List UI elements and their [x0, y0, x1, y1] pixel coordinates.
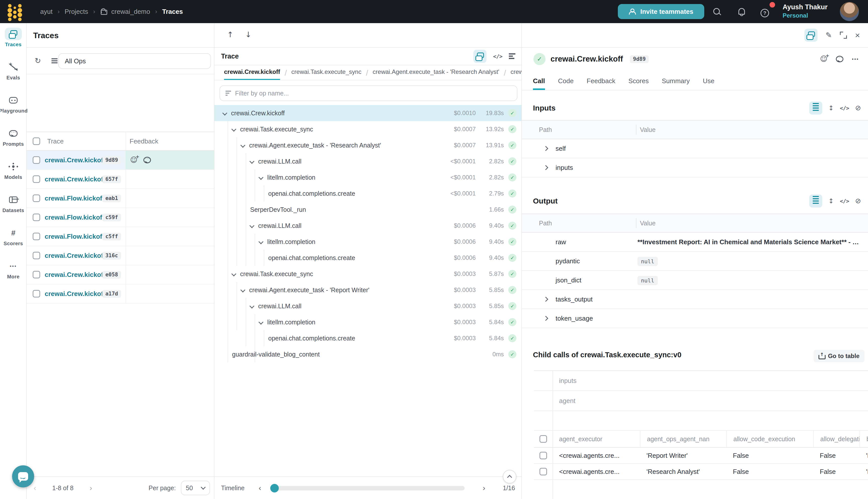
- tree-row[interactable]: crewai.LLM.call$0.00069.40s: [214, 218, 521, 234]
- chevron-down-icon[interactable]: [250, 224, 258, 227]
- sidebar-item-prompts[interactable]: Prompts: [0, 123, 27, 156]
- tab-op[interactable]: crewai.Task.execute_sync: [292, 65, 361, 79]
- output-row-pydantic[interactable]: pydantic null: [522, 252, 868, 271]
- tree-row[interactable]: litellm.completion$0.00069.40s: [214, 234, 521, 250]
- op-filter-input[interactable]: [235, 90, 517, 97]
- per-page-select[interactable]: 50: [181, 480, 210, 495]
- row-checkbox[interactable]: [33, 194, 40, 202]
- tab-use[interactable]: Use: [703, 77, 714, 90]
- feedback-column-header[interactable]: Feedback: [129, 137, 158, 145]
- row-checkbox[interactable]: [33, 252, 40, 259]
- code-view-icon[interactable]: </>: [493, 53, 502, 60]
- tab-scores[interactable]: Scores: [629, 77, 649, 90]
- prev-page-icon[interactable]: ‹: [34, 484, 36, 492]
- collapse-panel-button[interactable]: [503, 470, 516, 484]
- sidebar-item-evals[interactable]: Evals: [0, 56, 27, 89]
- trace-link[interactable]: crewai.Crew.kickoff: [45, 156, 106, 164]
- add-reaction-icon[interactable]: ☺: [130, 157, 137, 163]
- search-icon[interactable]: [713, 8, 721, 16]
- row-checkbox[interactable]: [540, 452, 547, 459]
- comment-icon[interactable]: [836, 56, 843, 62]
- fullscreen-icon[interactable]: [840, 32, 847, 39]
- timeline-slider[interactable]: [271, 486, 464, 490]
- table-row[interactable]: crewai.Crew.kickoff 9d89 ☺: [27, 151, 214, 170]
- table-row[interactable]: crewai.Flow.kickoff c59f: [27, 208, 214, 227]
- column-header[interactable]: agent_executor: [553, 431, 640, 447]
- chevron-down-icon[interactable]: [241, 288, 249, 292]
- breadcrumb-org[interactable]: ayut: [40, 8, 52, 15]
- chevron-right-icon[interactable]: [544, 317, 556, 320]
- column-header[interactable]: allow_code_execution: [726, 431, 813, 447]
- trace-link[interactable]: crewai.Crew.kickoff: [45, 271, 106, 279]
- trace-link[interactable]: crewai.Crew.kickoff: [45, 290, 106, 298]
- tree-view-icon[interactable]: [473, 50, 486, 63]
- tab-code[interactable]: Code: [558, 77, 574, 90]
- trace-link[interactable]: crewai.Crew.kickoff: [45, 252, 106, 259]
- timeline-next-icon[interactable]: ›: [483, 484, 485, 492]
- tree-row[interactable]: crewai.Agent.execute_task - 'Research An…: [214, 137, 521, 153]
- help-icon[interactable]: ?: [760, 8, 769, 16]
- comment-icon[interactable]: [144, 157, 151, 163]
- table-row[interactable]: crewai.Flow.kickoff eab1: [27, 189, 214, 208]
- inputs-row-inputs[interactable]: inputs: [522, 158, 868, 178]
- next-trace-arrow-icon[interactable]: ↓: [245, 30, 251, 39]
- tree-row[interactable]: crewai.LLM.call<$0.00012.82s: [214, 153, 521, 169]
- hide-values-icon[interactable]: ⊘: [855, 197, 861, 205]
- sidebar-item-more[interactable]: ••• More: [0, 255, 27, 289]
- notifications-bell-icon[interactable]: [737, 8, 745, 16]
- tab-feedback[interactable]: Feedback: [587, 77, 615, 90]
- trace-link[interactable]: crewai.Crew.kickoff: [45, 175, 106, 183]
- row-checkbox[interactable]: [540, 468, 547, 475]
- chevron-right-icon[interactable]: [544, 166, 556, 169]
- breadcrumb-projects[interactable]: Projects: [64, 8, 88, 15]
- close-icon[interactable]: ×: [855, 31, 860, 39]
- tree-row[interactable]: crewai.Agent.execute_task - 'Report Writ…: [214, 282, 521, 298]
- table-row[interactable]: <crewai.agents.cre... 'Research Analyst'…: [534, 464, 868, 480]
- chevron-down-icon[interactable]: [232, 272, 240, 276]
- tab-call[interactable]: Call: [533, 77, 545, 90]
- more-options-icon[interactable]: •••: [852, 57, 859, 61]
- inputs-row-self[interactable]: self: [522, 139, 868, 158]
- row-checkbox[interactable]: [33, 271, 40, 278]
- trace-column-header[interactable]: Trace: [47, 137, 64, 145]
- tree-row[interactable]: openai.chat.completions.create<$0.00012.…: [214, 185, 521, 202]
- chevron-down-icon[interactable]: [232, 127, 240, 131]
- tree-view-icon[interactable]: [804, 29, 818, 42]
- tab-op[interactable]: crewai.Crew.kickoff: [224, 65, 280, 81]
- column-header[interactable]: agent_ops_agent_nan: [640, 431, 726, 447]
- tab-op[interactable]: crewai.LLM.call: [511, 65, 521, 79]
- chevron-down-icon[interactable]: [250, 160, 258, 163]
- next-page-icon[interactable]: ›: [90, 484, 92, 492]
- table-row[interactable]: crewai.Crew.kickoff 316c: [27, 246, 214, 265]
- flame-view-icon[interactable]: [509, 53, 516, 59]
- refresh-icon[interactable]: ↻: [35, 57, 41, 64]
- sidebar-item-scorers[interactable]: # Scorers: [0, 222, 27, 255]
- table-row[interactable]: crewai.Crew.kickoff 657f: [27, 170, 214, 189]
- column-header[interactable]: b: [859, 431, 868, 447]
- sort-filter-icon[interactable]: [51, 58, 58, 59]
- tree-row[interactable]: crewai.Task.execute_sync$0.000713.92s: [214, 121, 521, 137]
- expand-rows-icon[interactable]: ↕: [828, 105, 834, 111]
- tab-summary[interactable]: Summary: [662, 77, 690, 90]
- timeline-slider-handle[interactable]: [270, 484, 279, 492]
- table-row[interactable]: <crewai.agents.cre... 'Report Writer' Fa…: [534, 448, 868, 464]
- tree-row[interactable]: crewai.Task.execute_sync$0.00035.87s: [214, 266, 521, 282]
- sidebar-item-datasets[interactable]: Datasets: [0, 189, 27, 222]
- group-row-inputs[interactable]: inputs: [534, 371, 868, 391]
- chevron-right-icon[interactable]: [544, 147, 556, 150]
- chevron-down-icon[interactable]: [241, 144, 249, 147]
- tree-row[interactable]: guardrail-validate_blog_content0ms: [214, 346, 521, 362]
- select-all-checkbox[interactable]: [540, 435, 547, 443]
- chevron-right-icon[interactable]: [544, 297, 556, 301]
- output-row-tasks-output[interactable]: tasks_output: [522, 290, 868, 309]
- code-view-icon[interactable]: </>: [840, 198, 849, 204]
- go-to-table-button[interactable]: Go to table: [814, 350, 865, 362]
- chevron-down-icon[interactable]: [223, 111, 231, 115]
- hide-values-icon[interactable]: ⊘: [855, 105, 861, 112]
- user-menu[interactable]: Ayush Thakur Personal: [783, 2, 828, 20]
- expand-rows-icon[interactable]: ↕: [828, 198, 834, 204]
- chevron-down-icon[interactable]: [259, 175, 267, 179]
- chevron-down-icon[interactable]: [259, 240, 267, 243]
- table-row[interactable]: crewai.Flow.kickoff c5ff: [27, 227, 214, 246]
- sidebar-item-models[interactable]: Models: [0, 156, 27, 189]
